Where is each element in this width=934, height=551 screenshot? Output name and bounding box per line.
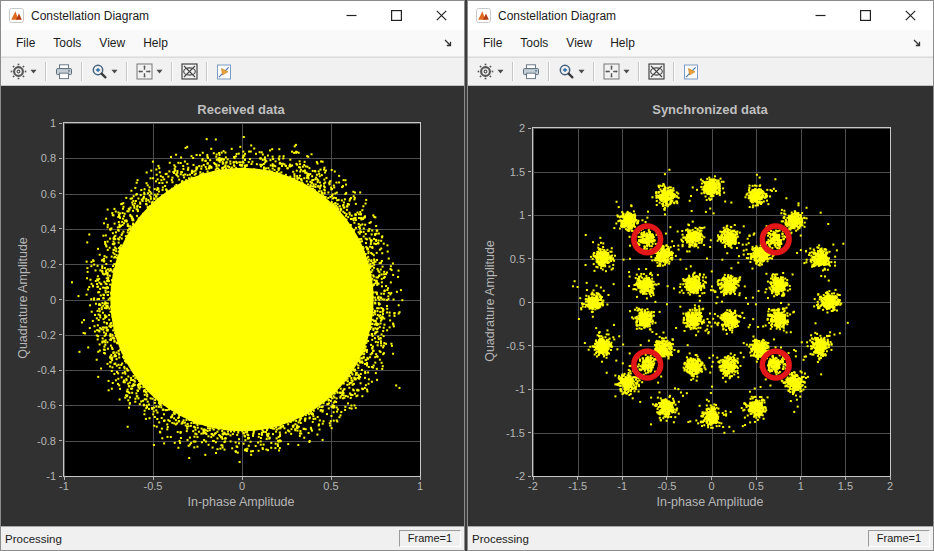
x-tick-label: -1 xyxy=(617,481,627,492)
x-tick-mark xyxy=(153,477,154,480)
y-tick-mark xyxy=(59,228,62,229)
close-button[interactable] xyxy=(888,1,933,30)
status-message: Processing xyxy=(472,533,868,545)
toolbar-separator xyxy=(673,62,675,81)
x-tick-label: 1 xyxy=(798,481,804,492)
dropdown-caret-icon xyxy=(30,69,37,74)
menu-tools[interactable]: Tools xyxy=(44,33,90,53)
zoom-in-icon xyxy=(558,63,575,80)
y-tick-mark xyxy=(59,264,62,265)
menu-view[interactable]: View xyxy=(557,33,601,53)
y-tick-label: -0.2 xyxy=(22,330,56,341)
matlab-logo-icon xyxy=(476,8,491,23)
y-tick-mark xyxy=(528,258,531,259)
minimize-icon xyxy=(815,10,826,21)
dropdown-caret-icon xyxy=(156,69,163,74)
x-tick-mark xyxy=(242,477,243,480)
dock-arrow-icon[interactable] xyxy=(440,35,456,51)
y-tick-mark xyxy=(528,432,531,433)
title-bar[interactable]: Constellation Diagram xyxy=(1,1,464,30)
menu-file[interactable]: File xyxy=(7,33,44,53)
zoom-in-button[interactable] xyxy=(553,60,590,83)
y-tick-mark xyxy=(59,334,62,335)
x-tick-mark xyxy=(577,477,578,480)
maximize-button[interactable] xyxy=(374,1,419,30)
printer-icon xyxy=(522,64,540,80)
toolbar xyxy=(468,57,933,86)
y-tick-label: 0.2 xyxy=(22,259,56,270)
constellation-diagram-window-received: Constellation Diagram File Tools View He… xyxy=(0,0,465,551)
gear-icon xyxy=(10,63,27,80)
zoom-in-button[interactable] xyxy=(86,60,123,83)
toolbar xyxy=(1,57,464,86)
y-tick-label: 0 xyxy=(22,295,56,306)
window-title: Constellation Diagram xyxy=(31,9,329,23)
open-scope-button[interactable] xyxy=(678,60,704,83)
x-tick-mark xyxy=(64,477,65,480)
y-tick-label: 0 xyxy=(491,297,525,308)
menu-file[interactable]: File xyxy=(474,33,511,53)
menu-tools[interactable]: Tools xyxy=(511,33,557,53)
maximize-icon xyxy=(860,10,871,21)
maximize-button[interactable] xyxy=(843,1,888,30)
minimize-button[interactable] xyxy=(798,1,843,30)
settings-gear-button[interactable] xyxy=(5,60,42,83)
print-button[interactable] xyxy=(517,60,545,83)
x-tick-mark xyxy=(800,477,801,480)
x-tick-label: 2 xyxy=(887,481,893,492)
close-icon xyxy=(905,10,916,21)
window-title: Constellation Diagram xyxy=(498,9,798,23)
x-tick-label: -0.5 xyxy=(657,481,676,492)
print-button[interactable] xyxy=(50,60,78,83)
x-tick-mark xyxy=(420,477,421,480)
toolbar-separator xyxy=(638,62,640,81)
open-scope-icon xyxy=(216,64,232,80)
menu-help[interactable]: Help xyxy=(134,33,177,53)
open-scope-button[interactable] xyxy=(211,60,237,83)
settings-gear-button[interactable] xyxy=(472,60,509,83)
x-tick-label: -1 xyxy=(59,481,69,492)
fit-to-view-button[interactable] xyxy=(598,60,635,83)
y-tick-mark xyxy=(59,299,62,300)
close-button[interactable] xyxy=(419,1,464,30)
y-tick-mark xyxy=(528,128,531,129)
x-tick-label: 0.5 xyxy=(748,481,763,492)
y-tick-label: -1 xyxy=(491,384,525,395)
plot-title: Synchronized data xyxy=(652,102,768,117)
y-tick-mark xyxy=(59,158,62,159)
y-tick-label: -0.6 xyxy=(22,400,56,411)
menu-view[interactable]: View xyxy=(90,33,134,53)
y-tick-mark xyxy=(528,215,531,216)
minimize-button[interactable] xyxy=(329,1,374,30)
status-bar: Processing Frame=1 xyxy=(1,526,464,550)
reference-constellation-button[interactable] xyxy=(176,60,203,83)
x-tick-label: -0.5 xyxy=(144,481,163,492)
constellation-plot-canvas[interactable] xyxy=(533,128,890,476)
y-tick-mark xyxy=(528,476,531,477)
y-tick-label: -1 xyxy=(22,471,56,482)
frame-counter: Frame=1 xyxy=(399,530,461,547)
title-bar[interactable]: Constellation Diagram xyxy=(468,1,933,30)
y-tick-mark xyxy=(59,193,62,194)
y-tick-mark xyxy=(59,476,62,477)
constellation-plot-canvas[interactable] xyxy=(64,123,420,476)
reference-constellation-button[interactable] xyxy=(643,60,670,83)
dropdown-caret-icon xyxy=(111,69,118,74)
x-tick-mark xyxy=(622,477,623,480)
menu-bar: File Tools View Help xyxy=(1,30,464,57)
fit-to-view-icon xyxy=(603,63,620,80)
matlab-logo-icon xyxy=(9,8,24,23)
y-tick-mark xyxy=(59,370,62,371)
toolbar-separator xyxy=(593,62,595,81)
dock-arrow-icon[interactable] xyxy=(909,35,925,51)
y-tick-label: -1.5 xyxy=(491,428,525,439)
menu-help[interactable]: Help xyxy=(601,33,644,53)
plot-axes-received xyxy=(63,122,421,477)
fit-to-view-button[interactable] xyxy=(131,60,168,83)
x-tick-label: 1 xyxy=(417,481,423,492)
plot-axes-synchronized xyxy=(532,127,891,477)
x-tick-label: 0 xyxy=(708,481,714,492)
y-tick-label: 1 xyxy=(22,118,56,129)
x-tick-mark xyxy=(756,477,757,480)
y-tick-mark xyxy=(528,389,531,390)
